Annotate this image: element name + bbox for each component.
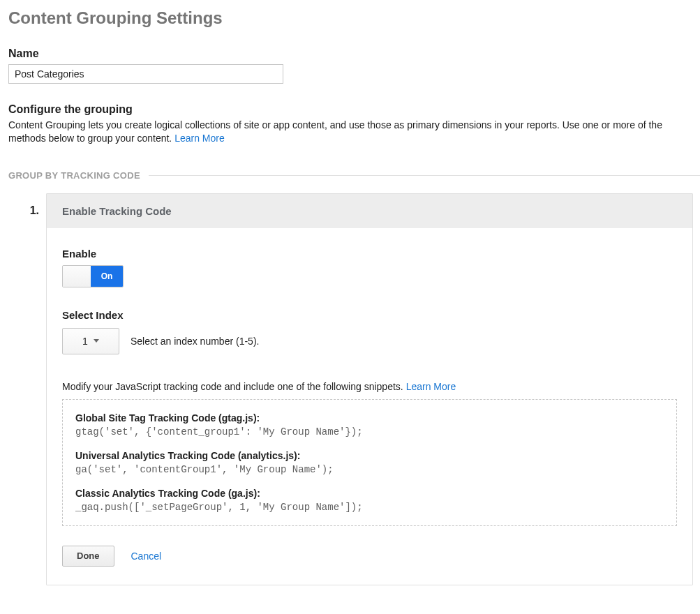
select-index-value: 1 [82,336,88,347]
done-button[interactable]: Done [62,546,114,567]
select-index-row: 1 Select an index number (1-5). [62,328,677,354]
gtag-code: gtag('set', {'content_group1': 'My Group… [75,426,664,437]
enable-toggle-on: On [91,266,123,287]
modify-instruction-text: Modify your JavaScript tracking code and… [62,381,406,392]
configure-learn-more-link[interactable]: Learn More [174,133,225,144]
name-input[interactable] [8,64,283,84]
select-index-dropdown[interactable]: 1 [62,328,119,354]
enable-toggle-off [63,266,91,287]
card-body: Enable On Select Index 1 Select an index… [47,228,692,585]
enable-label: Enable [62,248,677,260]
configure-heading: Configure the grouping [8,103,700,116]
code-snippet-box: Global Site Tag Tracking Code (gtag.js):… [62,399,677,526]
page-title: Content Grouping Settings [8,8,700,28]
card-actions: Done Cancel [62,546,677,567]
step-row: 1. Enable Tracking Code Enable On Select… [8,193,700,585]
section-header-rule [149,175,700,176]
configure-description: Content Grouping lets you create logical… [8,119,700,145]
modify-instruction: Modify your JavaScript tracking code and… [62,381,677,392]
section-header: GROUP BY TRACKING CODE [8,170,700,181]
step-number: 1. [8,193,46,217]
analyticsjs-heading: Universal Analytics Tracking Code (analy… [75,450,664,461]
caret-down-icon [94,339,99,343]
select-index-label: Select Index [62,309,677,321]
tracking-code-card: Enable Tracking Code Enable On Select In… [46,193,693,585]
section-header-text: GROUP BY TRACKING CODE [8,170,140,181]
select-index-hint: Select an index number (1-5). [131,336,259,347]
modify-learn-more-link[interactable]: Learn More [406,381,456,392]
gtag-heading: Global Site Tag Tracking Code (gtag.js): [75,412,664,424]
enable-toggle[interactable]: On [62,265,124,287]
configure-description-text: Content Grouping lets you create logical… [8,119,662,144]
card-header: Enable Tracking Code [47,194,692,228]
analyticsjs-code: ga('set', 'contentGroup1', 'My Group Nam… [75,464,664,475]
name-label: Name [8,47,700,60]
gajs-heading: Classic Analytics Tracking Code (ga.js): [75,488,664,499]
gajs-code: _gaq.push(['_setPageGroup', 1, 'My Group… [75,502,664,513]
cancel-link[interactable]: Cancel [131,551,162,562]
